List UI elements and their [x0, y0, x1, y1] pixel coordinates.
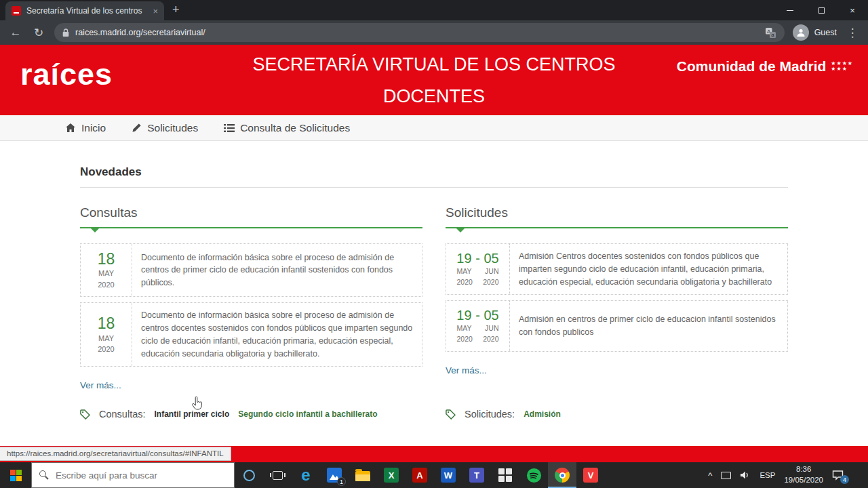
columns: Consultas 18 MAY 2020 Documento de infor… — [80, 205, 788, 391]
consultas-tags-label: Consultas: — [99, 409, 146, 420]
nav-solicitudes[interactable]: Solicitudes — [132, 122, 198, 134]
profile-label: Guest — [814, 28, 837, 37]
cortana-icon — [243, 470, 255, 481]
consultas-ver-mas-link[interactable]: Ver más... — [80, 380, 121, 390]
notification-badge: 1 — [337, 477, 346, 486]
search-input[interactable] — [56, 470, 218, 481]
news-months: MAY JUN — [457, 323, 499, 334]
underline-notch — [91, 228, 99, 232]
windows-logo-icon — [10, 470, 22, 481]
underline-notch — [456, 228, 465, 232]
translate-icon[interactable]: A a — [765, 27, 776, 39]
month-end: JUN — [485, 266, 498, 277]
teams-button[interactable]: T — [462, 462, 491, 488]
app-grid-icon — [498, 468, 512, 482]
comunidad-madrid-logo: Comunidad de Madrid ★★★★ ★★★ — [677, 58, 853, 75]
raices-logo[interactable]: raíces — [20, 57, 113, 92]
tag-icon — [80, 409, 90, 420]
file-explorer-icon — [355, 471, 370, 481]
tag-icon — [446, 409, 456, 420]
main-content: Novedades Consultas 18 MAY 2020 Document… — [80, 165, 788, 420]
news-date: 18 MAY 2020 — [81, 244, 132, 296]
nav-consulta-solicitudes[interactable]: Consulta de Solicitudes — [224, 122, 350, 134]
news-month: MAY — [98, 268, 114, 279]
window-minimize-button[interactable] — [774, 0, 806, 20]
guest-avatar[interactable] — [793, 24, 809, 41]
site-title: SECRETARÍA VIRTUAL DE LOS CENTROS DOCENT… — [183, 49, 685, 113]
solicitudes-item-1[interactable]: 19 - 05 MAY JUN 2020 2020 Admisión Centr… — [446, 243, 788, 295]
tab-close-icon[interactable]: × — [153, 6, 158, 16]
tag-admision[interactable]: Admisión — [524, 409, 561, 419]
news-days: 19 - 05 — [456, 307, 498, 323]
stars-row2: ★★★ — [831, 66, 853, 72]
taskbar-clock[interactable]: 8:36 19/05/2020 — [784, 464, 823, 485]
person-icon — [796, 28, 806, 37]
nav-inicio[interactable]: Inicio — [65, 122, 106, 134]
site-title-line1: SECRETARÍA VIRTUAL DE LOS CENTROS — [183, 49, 685, 81]
year-start: 2020 — [457, 277, 473, 288]
solicitudes-item-2[interactable]: 19 - 05 MAY JUN 2020 2020 Admisión en ce… — [446, 300, 788, 352]
display-icon[interactable] — [721, 472, 731, 479]
app-grid-button[interactable] — [491, 462, 519, 488]
solicitudes-section: Solicitudes 19 - 05 MAY JUN 2020 2020 — [446, 205, 788, 391]
excel-button[interactable]: X — [377, 462, 406, 488]
minimize-icon — [787, 10, 793, 11]
page-title: Novedades — [80, 165, 788, 179]
action-center-button[interactable]: 4 — [832, 470, 848, 481]
solicitudes-title: Solicitudes — [446, 205, 788, 220]
site-favicon-icon — [12, 6, 21, 16]
browser-toolbar: ← ↻ raices.madrid.org/secretariavirtual/… — [0, 20, 868, 45]
news-years: 2020 2020 — [457, 334, 499, 345]
start-button[interactable] — [0, 462, 31, 488]
cortana-button[interactable] — [235, 462, 263, 488]
vivaldi-button[interactable]: V — [576, 462, 605, 488]
reload-button[interactable]: ↻ — [31, 26, 46, 40]
screen: Secretaría Virtual de los centros × + × … — [0, 0, 868, 488]
tray-chevron-icon[interactable]: ^ — [708, 470, 712, 481]
address-bar[interactable]: raices.madrid.org/secretariavirtual/ A a — [54, 23, 785, 42]
site-nav: Inicio Solicitudes Consulta de Solicitud… — [0, 115, 868, 141]
window-maximize-button[interactable] — [806, 0, 837, 20]
consultas-item-1[interactable]: 18 MAY 2020 Documento de información bás… — [80, 243, 422, 297]
window-close-button[interactable]: × — [837, 0, 868, 20]
word-button[interactable]: W — [434, 462, 462, 488]
nav-solicitudes-label: Solicitudes — [147, 122, 198, 134]
nav-consulta-label: Consulta de Solicitudes — [240, 122, 350, 134]
consultas-section: Consultas 18 MAY 2020 Documento de infor… — [80, 205, 422, 391]
edge-button[interactable]: e — [292, 462, 320, 488]
lock-icon — [62, 28, 69, 37]
spotify-button[interactable] — [519, 462, 548, 488]
file-explorer-button[interactable] — [349, 462, 377, 488]
browser-menu-icon[interactable]: ⋮ — [845, 26, 860, 40]
task-view-button[interactable] — [263, 462, 292, 488]
photos-button[interactable]: 1 — [320, 462, 349, 488]
news-month: MAY — [98, 333, 114, 344]
chrome-button[interactable] — [548, 462, 576, 488]
news-text: Admisión Centros docentes sostenidos con… — [510, 244, 787, 294]
home-icon — [65, 123, 76, 134]
solicitudes-ver-mas-link[interactable]: Ver más... — [446, 365, 487, 375]
system-tray: ^ ESP 8:36 19/05/2020 4 — [708, 462, 868, 488]
news-text: Documento de información básica sobre el… — [132, 244, 422, 296]
clock-date: 19/05/2020 — [784, 475, 823, 486]
taskbar-search[interactable] — [31, 462, 235, 488]
teams-icon: T — [469, 468, 484, 483]
month-end: JUN — [485, 323, 498, 334]
tab-title: Secretaría Virtual de los centros — [26, 6, 147, 16]
news-date-range: 19 - 05 MAY JUN 2020 2020 — [446, 244, 510, 294]
search-icon — [39, 470, 49, 480]
tag-infantil-primer-ciclo[interactable]: Infantil primer ciclo — [155, 409, 230, 419]
news-date-range: 19 - 05 MAY JUN 2020 2020 — [446, 301, 510, 351]
browser-tab[interactable]: Secretaría Virtual de los centros × — [5, 1, 164, 20]
news-day: 18 — [98, 314, 115, 332]
consultas-item-2[interactable]: 18 MAY 2020 Documento de información bás… — [80, 302, 422, 367]
back-button[interactable]: ← — [8, 26, 23, 39]
language-indicator[interactable]: ESP — [760, 471, 775, 479]
year-start: 2020 — [457, 334, 473, 345]
news-months: MAY JUN — [457, 266, 499, 277]
new-tab-button[interactable]: + — [172, 3, 180, 17]
tag-segundo-ciclo-bachillerato[interactable]: Segundo ciclo infantil a bachillerato — [238, 409, 377, 419]
acrobat-button[interactable]: A — [406, 462, 434, 488]
spotify-icon — [526, 468, 542, 483]
volume-icon[interactable] — [740, 470, 751, 480]
